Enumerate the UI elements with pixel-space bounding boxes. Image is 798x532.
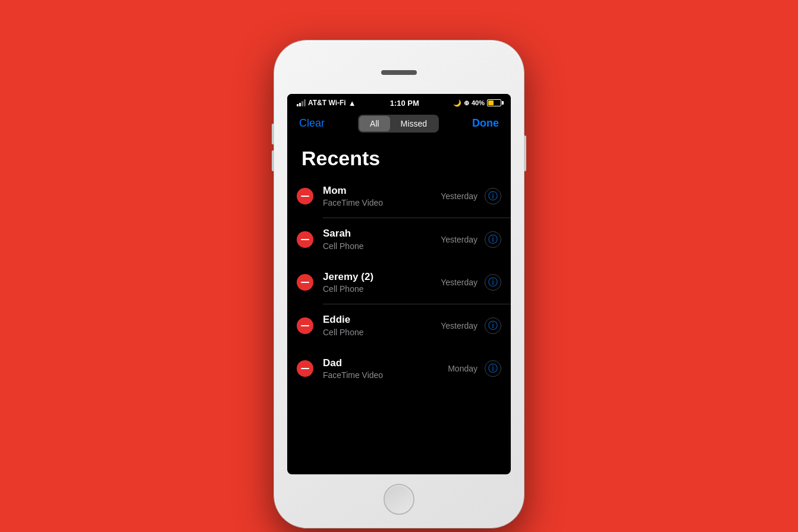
time-label: 1:10 PM <box>390 99 419 108</box>
call-time: Yesterday <box>441 278 477 287</box>
call-name: Mom <box>323 185 441 197</box>
phone-body: AT&T Wi-Fi ▲ 1:10 PM 🌙 ⊕ 40% Cl <box>274 40 524 528</box>
delete-button[interactable] <box>297 231 313 248</box>
call-name: Eddie <box>323 314 441 326</box>
status-bar: AT&T Wi-Fi ▲ 1:10 PM 🌙 ⊕ 40% <box>287 94 511 110</box>
speaker <box>381 70 417 75</box>
call-type: FaceTime Video <box>323 198 441 207</box>
call-list: Mom FaceTime Video Yesterday Sarah Cell … <box>287 175 511 391</box>
phone-screen: AT&T Wi-Fi ▲ 1:10 PM 🌙 ⊕ 40% Cl <box>287 94 511 474</box>
call-time: Yesterday <box>441 191 477 201</box>
segment-missed-button[interactable]: Missed <box>390 116 438 131</box>
delete-button[interactable] <box>297 360 313 377</box>
call-info: Jeremy (2) Cell Phone <box>323 263 441 302</box>
list-item: Dad FaceTime Video Monday <box>287 347 511 390</box>
wifi-icon: ▲ <box>348 99 356 108</box>
moon-icon: 🌙 <box>453 99 461 107</box>
call-name: Jeremy (2) <box>323 271 441 283</box>
call-type: FaceTime Video <box>323 370 448 380</box>
power-button <box>524 136 526 171</box>
list-item: Eddie Cell Phone Yesterday <box>287 304 511 347</box>
battery-icon <box>487 99 501 106</box>
info-button[interactable] <box>485 231 501 248</box>
recents-title: Recents <box>287 137 511 175</box>
status-left: AT&T Wi-Fi ▲ <box>297 99 356 108</box>
segment-control: All Missed <box>358 115 439 133</box>
delete-button[interactable] <box>297 317 313 334</box>
info-button[interactable] <box>485 360 501 377</box>
battery-percent: 40% <box>472 99 485 106</box>
signal-icon <box>297 99 306 106</box>
call-info: Dad FaceTime Video <box>323 349 448 388</box>
call-info: Mom FaceTime Video <box>323 177 441 216</box>
list-item: Sarah Cell Phone Yesterday <box>287 218 511 261</box>
call-info: Eddie Cell Phone <box>323 306 441 345</box>
delete-button[interactable] <box>297 188 313 204</box>
delete-button[interactable] <box>297 274 313 291</box>
info-button[interactable] <box>485 317 501 334</box>
segment-all-button[interactable]: All <box>359 116 390 131</box>
list-item: Mom FaceTime Video Yesterday <box>287 175 511 218</box>
volume-down-button <box>272 150 274 171</box>
call-time: Yesterday <box>441 321 477 330</box>
call-type: Cell Phone <box>323 241 441 251</box>
carrier-label: AT&T Wi-Fi <box>308 99 346 107</box>
call-time: Yesterday <box>441 235 477 244</box>
status-right: 🌙 ⊕ 40% <box>453 99 501 107</box>
volume-up-button <box>272 124 274 144</box>
call-type: Cell Phone <box>323 284 441 294</box>
call-type: Cell Phone <box>323 328 441 337</box>
location-icon: ⊕ <box>464 99 469 107</box>
call-time: Monday <box>448 364 477 373</box>
call-name: Sarah <box>323 228 441 240</box>
done-button[interactable]: Done <box>472 117 499 130</box>
clear-button[interactable]: Clear <box>299 117 325 130</box>
info-button[interactable] <box>485 188 501 204</box>
call-info: Sarah Cell Phone <box>323 219 441 259</box>
nav-bar: Clear All Missed Done <box>287 110 511 137</box>
list-item: Jeremy (2) Cell Phone Yesterday <box>287 261 511 304</box>
phone-frame: AT&T Wi-Fi ▲ 1:10 PM 🌙 ⊕ 40% Cl <box>274 40 524 528</box>
call-name: Dad <box>323 357 448 369</box>
home-button[interactable] <box>384 484 414 515</box>
info-button[interactable] <box>485 274 501 291</box>
